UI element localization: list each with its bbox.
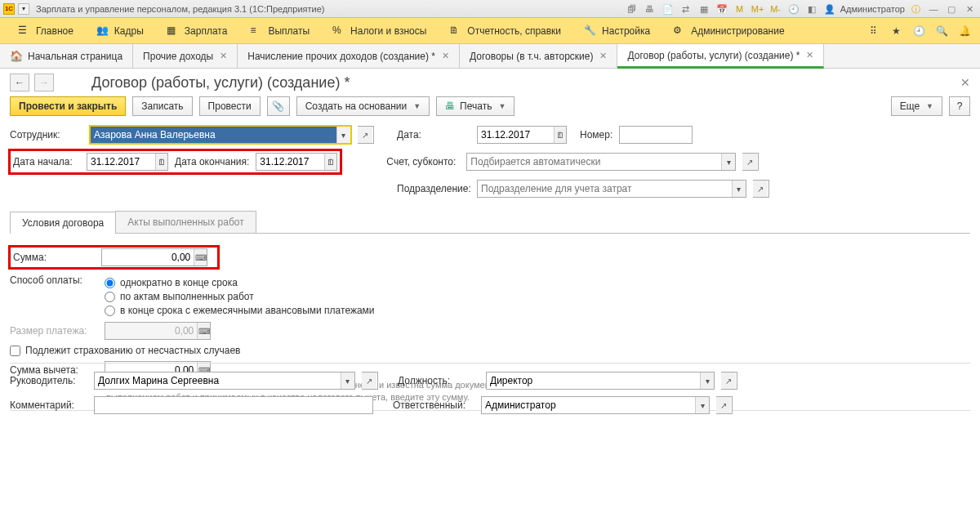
search-icon[interactable]: 🔍 [933, 22, 951, 40]
calc-m[interactable]: М [733, 2, 747, 16]
menu-main[interactable]: ☰Главное [7, 18, 85, 43]
calculator-icon[interactable]: ⌨ [194, 249, 207, 265]
print-preview-icon[interactable]: 🗐 [625, 2, 639, 16]
menu-personnel[interactable]: 👥Кадры [85, 18, 155, 43]
calendar-icon[interactable]: 🗓 [324, 154, 336, 170]
dropdown-icon[interactable]: ▾ [341, 373, 354, 389]
pay-option-once[interactable]: однократно в конце срока [105, 277, 375, 288]
tab-contract-create[interactable]: Договор (работы, услуги) (создание) *✕ [617, 44, 824, 69]
calendar-icon[interactable]: 🗓 [155, 154, 167, 170]
menu-taxes[interactable]: %Налоги и взносы [321, 18, 438, 43]
resp-input[interactable]: ▾ [481, 396, 710, 414]
calendar-icon[interactable]: 📅 [715, 2, 729, 16]
dept-input[interactable]: ▾ [477, 180, 746, 198]
menu-payments[interactable]: ≡Выплаты [238, 18, 321, 43]
pay-option-acts[interactable]: по актам выполненных работ [105, 291, 375, 302]
history-icon[interactable]: 🕘 [786, 2, 801, 16]
apps-grid-icon[interactable]: ⠿ [864, 22, 882, 40]
wrench-icon: 🔧 [584, 25, 597, 38]
attach-button[interactable]: 📎 [267, 96, 290, 116]
sum-field[interactable] [102, 249, 194, 265]
copy-icon[interactable]: 📄 [661, 2, 675, 16]
close-window-icon[interactable]: ✕ [962, 2, 977, 16]
calendar-icon[interactable]: 🗓 [554, 127, 566, 143]
create-on-basis-button[interactable]: Создать на основании▼ [296, 96, 430, 116]
menu-settings[interactable]: 🔧Настройка [572, 18, 662, 43]
dropdown-icon[interactable]: ▾ [721, 154, 735, 170]
nav-back[interactable]: ← [10, 74, 29, 91]
close-icon[interactable]: ✕ [442, 51, 449, 61]
write-button[interactable]: Записать [132, 96, 192, 116]
sum-input[interactable]: ⌨ [101, 248, 207, 266]
page-close-icon[interactable]: ✕ [960, 76, 970, 89]
head-field[interactable] [95, 373, 341, 389]
minimize-icon[interactable]: — [926, 2, 941, 16]
app-title: Зарплата и управление персоналом, редакц… [36, 4, 324, 14]
dept-open-button[interactable]: ↗ [753, 180, 769, 198]
dropdown-icon[interactable]: ▾ [700, 373, 714, 389]
date-start-input[interactable]: 🗓 [87, 153, 168, 171]
app-menu-dropdown[interactable]: ▾ [18, 3, 29, 15]
print-icon[interactable]: 🖶 [643, 2, 657, 16]
post-and-close-button[interactable]: Провести и закрыть [10, 96, 126, 116]
date-start-field[interactable] [87, 154, 155, 170]
calc-mminus[interactable]: М- [768, 2, 783, 16]
position-input[interactable]: ▾ [486, 372, 715, 390]
tab-contracts[interactable]: Договоры (в т.ч. авторские)✕ [460, 44, 618, 68]
history-menu-icon[interactable]: 🕘 [910, 22, 928, 40]
position-field[interactable] [487, 373, 700, 389]
calc-mplus[interactable]: М+ [751, 2, 765, 16]
tab-conditions[interactable]: Условия договора [10, 212, 116, 234]
grid-icon[interactable]: ▦ [697, 2, 711, 16]
employee-input[interactable]: ▾ [90, 126, 351, 144]
date-end-field[interactable] [256, 154, 324, 170]
close-icon[interactable]: ✕ [220, 51, 227, 61]
help-button[interactable]: ? [949, 96, 970, 116]
tab-home[interactable]: 🏠Начальная страница [0, 44, 133, 68]
number-input[interactable] [619, 126, 693, 144]
employee-open-button[interactable]: ↗ [358, 126, 374, 144]
tab-other-income[interactable]: Прочие доходы✕ [133, 44, 238, 68]
head-input[interactable]: ▾ [94, 372, 355, 390]
compare-icon[interactable]: ⇄ [679, 2, 693, 16]
pay-option-advance[interactable]: в конце срока с ежемесячными авансовыми … [105, 305, 375, 316]
account-field[interactable] [467, 154, 721, 170]
info-icon[interactable]: ⓘ [908, 2, 923, 16]
doc-icon: 🗎 [449, 25, 462, 38]
employee-field[interactable] [91, 127, 336, 143]
menu-icon: ☰ [18, 25, 31, 38]
dropdown-icon[interactable]: ▾ [695, 397, 709, 413]
comment-field[interactable] [95, 397, 372, 413]
panel-icon[interactable]: ◧ [804, 2, 819, 16]
date-field[interactable] [478, 127, 554, 143]
resp-open-button[interactable]: ↗ [716, 396, 733, 414]
tab-income-accrual[interactable]: Начисление прочих доходов (создание) *✕ [238, 44, 460, 68]
dept-field[interactable] [478, 181, 732, 197]
insurance-checkbox[interactable]: Подлежит страхованию от несчастных случа… [10, 345, 970, 356]
dropdown-icon[interactable]: ▾ [732, 181, 746, 197]
close-icon[interactable]: ✕ [806, 50, 813, 60]
close-icon[interactable]: ✕ [599, 51, 607, 61]
tab-acts[interactable]: Акты выполненных работ [115, 211, 256, 233]
number-field[interactable] [620, 127, 692, 143]
position-open-button[interactable]: ↗ [721, 372, 737, 390]
date-input[interactable]: 🗓 [477, 126, 567, 144]
dropdown-icon[interactable]: ▾ [336, 127, 350, 143]
logo-1c: 1C [3, 3, 15, 15]
bell-icon[interactable]: 🔔 [956, 22, 973, 40]
menu-reports[interactable]: 🗎Отчетность, справки [438, 18, 572, 43]
date-end-input[interactable]: 🗓 [256, 153, 337, 171]
account-input[interactable]: ▾ [466, 153, 736, 171]
menu-admin[interactable]: ⚙Администрирование [662, 18, 795, 43]
nav-forward[interactable]: → [34, 74, 54, 91]
maximize-icon[interactable]: ▢ [944, 2, 959, 16]
post-button[interactable]: Провести [199, 96, 261, 116]
menu-salary[interactable]: ▦Зарплата [155, 18, 239, 43]
account-open-button[interactable]: ↗ [742, 153, 759, 171]
comment-input[interactable] [94, 396, 373, 414]
print-button[interactable]: 🖶Печать▼ [436, 96, 514, 116]
head-open-button[interactable]: ↗ [362, 372, 378, 390]
favorite-icon[interactable]: ★ [887, 22, 905, 40]
more-button[interactable]: Еще▼ [891, 96, 942, 116]
resp-field[interactable] [482, 397, 695, 413]
